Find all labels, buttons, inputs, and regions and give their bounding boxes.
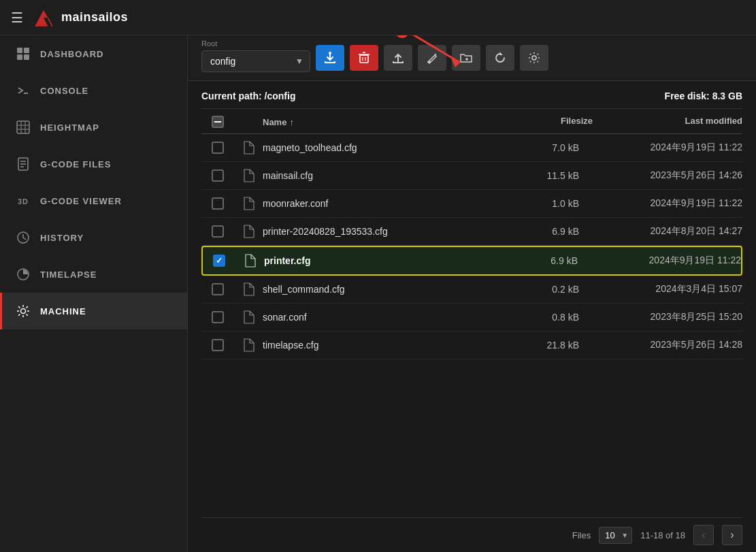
delete-button[interactable] [350,45,378,71]
table-row[interactable]: magneto_toolhead.cfg 7.0 kB 2024年9月19日 1… [201,134,742,162]
new-folder-button[interactable] [452,45,480,71]
pagination-info: 11-18 of 18 [640,530,685,540]
sidebar-label-timelapse: TIMELAPSE [40,270,97,280]
table-row[interactable]: shell_command.cfg 0.2 kB 2024年3月4日 15:07 [201,276,742,304]
upload-icon [391,51,405,65]
table-footer: Files 10 25 50 ▼ 11-18 of 18 ‹ › [201,517,742,552]
row-checkbox-col[interactable] [201,339,234,351]
row-checkbox[interactable] [212,225,224,238]
row-checkbox-col[interactable] [201,283,234,295]
sidebar-item-timelapse[interactable]: TIMELAPSE [0,256,187,293]
svg-rect-5 [24,54,29,60]
sidebar-item-console[interactable]: CONSOLE [0,72,187,109]
row-checkbox[interactable] [212,142,224,154]
gcode-files-icon [16,157,31,172]
menu-icon[interactable]: ☰ [11,10,23,26]
header-icon-col [234,116,263,128]
sidebar-item-machine[interactable]: MACHINE [0,293,187,329]
table-row-selected[interactable]: printer.cfg 6.9 kB 2024年9月19日 11:22 [201,246,742,276]
header-modified-col[interactable]: Last modified [593,116,742,128]
sidebar-label-dashboard: DASHBOARD [40,49,104,59]
download-button[interactable] [316,45,344,71]
sidebar-item-history[interactable]: HISTORY [0,219,187,256]
svg-point-23 [329,52,331,54]
row-checkbox-col[interactable] [201,169,234,182]
next-page-button[interactable]: › [722,525,742,545]
file-icon-col [234,282,263,296]
logo-area: mainsailos [33,7,128,29]
settings-button[interactable] [520,45,548,71]
header-checkbox-col[interactable] [201,116,234,128]
row-checkbox[interactable] [212,283,224,295]
sidebar-item-gcode-files[interactable]: G-CODE FILES [0,146,187,182]
row-checkbox-checked[interactable] [213,255,225,267]
path-label: Current path: /config [201,91,295,101]
console-icon [16,83,31,98]
file-name: printer-20240828_193533.cfg [263,226,511,237]
edit-button[interactable] [418,45,446,71]
svg-point-32 [532,56,536,60]
table-row[interactable]: timelapse.cfg 21.8 kB 2023年5月26日 14:28 [201,331,742,359]
header-filesize-col[interactable]: Filesize [511,116,593,128]
file-size: 7.0 kB [511,142,593,153]
row-checkbox-col[interactable] [201,311,234,323]
sidebar-label-gcode-files: G-CODE FILES [40,159,111,169]
top-header: ☰ mainsailos [0,0,756,35]
sidebar-item-gcode-viewer[interactable]: 3D G-CODE VIEWER [0,182,187,219]
file-name: mainsail.cfg [263,170,511,181]
row-checkbox[interactable] [212,311,224,323]
table-row[interactable]: printer-20240828_193533.cfg 6.9 kB 2024年… [201,218,742,246]
sidebar-label-gcode-viewer: G-CODE VIEWER [40,196,122,206]
svg-rect-7 [17,121,29,133]
table-row[interactable]: mainsail.cfg 11.5 kB 2023年5月26日 14:26 [201,162,742,190]
sidebar-item-heightmap[interactable]: HEIGHTMAP [0,109,187,146]
row-checkbox-col[interactable] [201,142,234,154]
file-name: magneto_toolhead.cfg [263,142,511,153]
file-date: 2023年5月26日 14:28 [593,339,742,351]
upload-button[interactable] [384,45,412,71]
dashboard-icon [16,46,31,61]
delete-icon [358,52,370,64]
row-checkbox-col[interactable] [201,225,234,238]
svg-point-19 [21,309,26,314]
file-date: 2024年9月19日 11:22 [593,142,742,154]
download-icon [323,51,337,65]
machine-icon [16,304,31,319]
select-all-checkbox[interactable] [212,116,224,128]
file-icon-col [235,254,264,267]
file-name: sonar.conf [263,312,511,323]
file-icon [242,225,254,238]
svg-rect-24 [360,55,368,63]
per-page-select[interactable]: 10 25 50 [599,527,632,544]
header-name-col[interactable]: Name ↑ [263,116,511,128]
file-icon [242,197,254,210]
file-icon-col [234,310,263,324]
svg-rect-2 [17,48,22,53]
path-info: Current path: /config Free disk: 8.3 GB [201,81,742,109]
file-size: 11.5 kB [511,170,593,181]
row-checkbox[interactable] [212,339,224,351]
new-folder-icon [459,51,473,65]
prev-page-button[interactable]: ‹ [693,525,714,545]
file-icon-col [234,225,263,238]
per-page-wrapper: 10 25 50 ▼ [599,527,632,544]
table-row[interactable]: sonar.conf 0.8 kB 2023年8月25日 15:20 [201,304,742,331]
file-icon-col [234,169,263,182]
toolbar: Root config gcodes logs ▼ [188,35,756,81]
file-name: shell_command.cfg [263,284,511,295]
root-select-wrapper: Root config gcodes logs ▼ [201,50,310,72]
row-checkbox[interactable] [212,169,224,182]
current-path: Current path: /config [201,91,295,101]
svg-marker-0 [35,10,48,26]
file-date: 2024年9月19日 11:22 [591,255,741,267]
refresh-button[interactable] [486,45,514,71]
table-row[interactable]: moonraker.conf 1.0 kB 2024年9月19日 11:22 [201,190,742,218]
root-dropdown[interactable]: config gcodes logs [201,50,310,72]
name-col-label: Name [263,117,286,127]
file-size: 6.9 kB [511,226,593,237]
row-checkbox[interactable] [212,197,224,210]
sidebar-item-dashboard[interactable]: DASHBOARD [0,35,187,72]
row-checkbox-col[interactable] [201,197,234,210]
file-size: 6.9 kB [510,255,591,266]
row-checkbox-col[interactable] [203,255,235,267]
